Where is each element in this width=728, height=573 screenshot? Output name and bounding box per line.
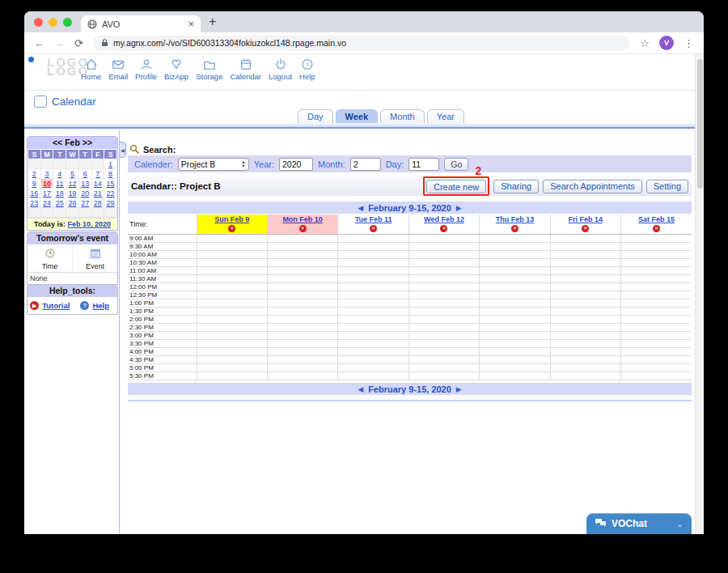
add-appointment-icon[interactable]: ✕ bbox=[653, 225, 660, 232]
time-slot-cell[interactable] bbox=[480, 340, 550, 348]
time-slot-cell[interactable] bbox=[197, 259, 267, 267]
page-scrollbar[interactable] bbox=[695, 54, 704, 534]
mini-calendar-day-link[interactable]: 22 bbox=[107, 189, 115, 197]
add-appointment-icon[interactable]: ✕ bbox=[299, 225, 307, 232]
time-slot-cell[interactable] bbox=[480, 299, 550, 308]
time-slot-cell[interactable] bbox=[480, 267, 550, 275]
sidebar-collapse-handle[interactable]: ◀ bbox=[120, 142, 126, 158]
time-slot-cell[interactable] bbox=[267, 243, 337, 251]
help-link[interactable]: Help bbox=[92, 301, 109, 310]
time-slot-cell[interactable] bbox=[550, 356, 620, 364]
mini-calendar-day[interactable]: 15 bbox=[104, 179, 117, 189]
time-slot-cell[interactable] bbox=[338, 316, 408, 324]
time-slot-cell[interactable] bbox=[550, 308, 620, 316]
mini-calendar-day[interactable]: 6 bbox=[78, 169, 91, 179]
mini-calendar-day[interactable]: 8 bbox=[104, 169, 117, 179]
tab-day[interactable]: Day bbox=[298, 109, 333, 124]
month-input[interactable] bbox=[350, 158, 381, 171]
time-slot-cell[interactable] bbox=[550, 243, 620, 251]
time-slot-cell[interactable] bbox=[267, 259, 337, 267]
time-slot-cell[interactable] bbox=[267, 235, 337, 243]
time-slot-cell[interactable] bbox=[197, 372, 267, 380]
reload-icon[interactable]: ⟳ bbox=[74, 37, 83, 49]
mini-calendar-day-link[interactable]: 10 bbox=[43, 180, 51, 188]
time-slot-cell[interactable] bbox=[197, 356, 267, 364]
time-slot-cell[interactable] bbox=[480, 259, 550, 267]
time-slot-cell[interactable] bbox=[408, 308, 479, 316]
time-slot-cell[interactable] bbox=[197, 251, 267, 259]
mini-calendar-day-link[interactable]: 11 bbox=[56, 180, 63, 188]
time-slot-cell[interactable] bbox=[408, 283, 479, 291]
time-slot-cell[interactable] bbox=[480, 348, 550, 356]
tab-close-icon[interactable]: × bbox=[188, 19, 194, 29]
nav-item-bizapp[interactable]: BizApp bbox=[164, 57, 188, 81]
mini-calendar-day[interactable]: 23 bbox=[28, 198, 41, 208]
day-link[interactable]: Sun Feb 9 bbox=[197, 215, 267, 223]
mini-calendar-day-link[interactable]: 5 bbox=[70, 170, 74, 178]
time-slot-cell[interactable] bbox=[408, 243, 479, 251]
time-slot-cell[interactable] bbox=[338, 364, 408, 372]
vochat-button[interactable]: VOChat ⌄ bbox=[586, 513, 692, 534]
mini-calendar-day-link[interactable]: 4 bbox=[57, 170, 61, 178]
time-slot-cell[interactable] bbox=[550, 348, 620, 356]
time-slot-cell[interactable] bbox=[408, 316, 479, 324]
time-slot-cell[interactable] bbox=[338, 275, 408, 283]
time-slot-cell[interactable] bbox=[408, 251, 479, 259]
time-slot-cell[interactable] bbox=[267, 275, 337, 283]
mini-calendar-day[interactable]: 24 bbox=[40, 198, 53, 208]
time-slot-cell[interactable] bbox=[621, 340, 692, 348]
mini-calendar-day-link[interactable]: 3 bbox=[45, 170, 49, 178]
mini-calendar-day-link[interactable]: 13 bbox=[81, 180, 89, 188]
time-slot-cell[interactable] bbox=[480, 332, 550, 340]
mini-calendar-day[interactable]: 18 bbox=[53, 189, 66, 198]
mini-calendar-day-link[interactable]: 17 bbox=[43, 189, 51, 197]
time-slot-cell[interactable] bbox=[408, 356, 479, 364]
mini-calendar-day[interactable]: 19 bbox=[66, 189, 79, 198]
add-appointment-icon[interactable]: ✕ bbox=[511, 225, 518, 232]
mini-calendar-day-link[interactable]: 16 bbox=[30, 189, 38, 197]
time-slot-cell[interactable] bbox=[480, 364, 550, 372]
time-slot-cell[interactable] bbox=[550, 259, 620, 267]
time-slot-cell[interactable] bbox=[338, 372, 408, 380]
mini-calendar-day[interactable]: 4 bbox=[53, 169, 66, 179]
time-slot-cell[interactable] bbox=[408, 275, 479, 283]
mini-calendar-day[interactable]: 13 bbox=[78, 179, 91, 189]
time-slot-cell[interactable] bbox=[197, 283, 267, 291]
day-link[interactable]: Wed Feb 12 bbox=[409, 215, 479, 223]
time-slot-cell[interactable] bbox=[621, 348, 692, 356]
prev-month-button[interactable]: << bbox=[53, 138, 62, 147]
new-tab-button[interactable]: + bbox=[209, 15, 216, 29]
mini-calendar-day-link[interactable]: 15 bbox=[107, 180, 115, 188]
mini-calendar-day-link[interactable]: 6 bbox=[83, 170, 87, 178]
time-slot-cell[interactable] bbox=[338, 324, 408, 332]
mini-calendar-day-link[interactable]: 29 bbox=[107, 199, 115, 207]
nav-item-email[interactable]: Email bbox=[108, 57, 128, 81]
time-slot-cell[interactable] bbox=[550, 324, 620, 332]
time-slot-cell[interactable] bbox=[267, 283, 337, 291]
tab-month[interactable]: Month bbox=[380, 109, 425, 124]
time-slot-cell[interactable] bbox=[338, 259, 408, 267]
time-slot-cell[interactable] bbox=[550, 235, 620, 243]
time-slot-cell[interactable] bbox=[338, 356, 408, 364]
time-slot-cell[interactable] bbox=[480, 372, 550, 380]
time-slot-cell[interactable] bbox=[621, 308, 692, 316]
time-slot-cell[interactable] bbox=[267, 340, 337, 348]
mini-calendar-day[interactable]: 11 bbox=[53, 179, 66, 189]
forward-icon[interactable]: → bbox=[54, 37, 65, 49]
profile-avatar[interactable]: V bbox=[659, 36, 674, 50]
mini-calendar-day-link[interactable]: 20 bbox=[81, 189, 89, 197]
mini-calendar-day-link[interactable]: 24 bbox=[43, 199, 51, 207]
mini-calendar-day[interactable]: 25 bbox=[53, 198, 66, 208]
mini-calendar-day[interactable]: 3 bbox=[40, 169, 53, 179]
time-slot-cell[interactable] bbox=[338, 291, 408, 299]
time-slot-cell[interactable] bbox=[267, 291, 337, 299]
mini-calendar-day[interactable]: 28 bbox=[91, 198, 104, 208]
chevron-down-icon[interactable]: ⌄ bbox=[677, 520, 684, 528]
time-slot-cell[interactable] bbox=[408, 348, 479, 356]
nav-item-home[interactable]: Home bbox=[81, 57, 101, 81]
tab-year[interactable]: Year bbox=[427, 109, 464, 124]
time-slot-cell[interactable] bbox=[550, 283, 620, 291]
time-slot-cell[interactable] bbox=[338, 348, 408, 356]
add-appointment-icon[interactable]: ✕ bbox=[370, 225, 377, 232]
time-slot-cell[interactable] bbox=[408, 291, 479, 299]
